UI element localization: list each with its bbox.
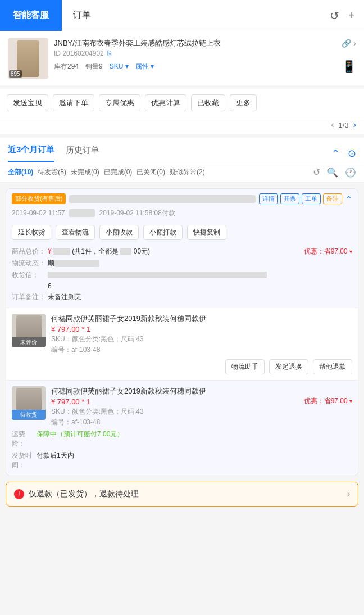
order-product-1-price: ¥ 797.00 * 1: [51, 325, 352, 333]
product-id: ID 20160204902: [54, 49, 104, 57]
filter-abnormal[interactable]: 疑似异常(2): [170, 168, 205, 177]
next-page-icon[interactable]: ›: [353, 120, 356, 130]
order-product-1-info: 何穗同款伊芙丽裙子女2019新款秋装何穗同款伊 ¥ 797.00 * 1 SKU…: [51, 314, 352, 355]
worker-tag[interactable]: 工单: [302, 193, 321, 204]
note-row: 订单备注： 未备注则无: [12, 292, 352, 302]
shipping-label: 运费险：: [12, 429, 37, 449]
refund-text: 仅退款（已发货），退款待处理: [29, 489, 347, 499]
settings-icon[interactable]: ⊙: [348, 147, 356, 160]
filter-pending[interactable]: 待发货(8): [38, 168, 66, 177]
filter-incomplete[interactable]: 未完成(0): [71, 168, 99, 177]
logistics-value: 顺: [48, 259, 352, 268]
order-details: 商品总价： ¥ (共1件，全都是 00元) 优惠：省97.00 ▾ 物流动态： …: [6, 243, 358, 308]
filter-icons: ↺ 🔍 🕐: [313, 167, 356, 178]
order-section: 近3个月订单 历史订单 ⌃ ⊙ 全部(10) 待发货(8) 未完成(0) 已完成…: [0, 138, 364, 183]
shipping-value: 保障中（预计可赔付7.00元）: [37, 429, 124, 449]
order-product-1-header: 未评价 何穗同款伊芙丽裙子女2019新款秋装何穗同款伊 ¥ 797.00 * 1…: [12, 314, 352, 355]
order-action-tags: 详情 开票 工单 备注: [259, 193, 342, 204]
chevron-down-icon: ▾: [349, 398, 352, 404]
clock-icon[interactable]: 🕐: [345, 167, 356, 178]
pagination-row: ‹ 1/3 ›: [0, 117, 364, 138]
pagination-text: 1/3: [339, 121, 349, 129]
product-info: JNBY/江南布衣春季外套工装感酷感灯芯绒拉链上衣 🔗 › ID 2016020…: [54, 38, 356, 73]
address-value: [48, 270, 352, 278]
refresh-icon[interactable]: ↺: [330, 9, 339, 22]
goods-value: ¥ (共1件，全都是 00元): [48, 247, 304, 256]
order-tab-icons: ⌃ ⊙: [331, 147, 356, 160]
order-product-2-header: 待收货 何穗同款伊芙丽裙子女2019新款秋装何穗同款伊 ¥ 797.00 * 1…: [12, 386, 352, 427]
note-tag[interactable]: 备注: [323, 193, 342, 204]
tab-smart-service[interactable]: 智能客服: [0, 0, 62, 31]
address-line2-row: 6: [12, 282, 352, 290]
goods-total-row: 商品总价： ¥ (共1件，全都是 00元) 优惠：省97.00 ▾: [12, 247, 352, 256]
expand-icon[interactable]: ⌃: [345, 195, 352, 204]
attr-dropdown[interactable]: 属性 ▾: [135, 62, 154, 71]
copy-icon[interactable]: ⎘: [107, 49, 111, 57]
search-icon[interactable]: 🔍: [327, 167, 338, 178]
reload-icon[interactable]: ↺: [313, 167, 320, 178]
order-card: 部分收货(有售后) 25751...35684932 详情 开票 工单 备注 ⌃…: [6, 188, 358, 476]
order-header: 部分收货(有售后) 25751...35684932 详情 开票 工单 备注 ⌃: [6, 189, 358, 209]
order-product-2-info: 何穗同款伊芙丽裙子女2019新款秋装何穗同款伊 ¥ 797.00 * 1 优惠：…: [51, 386, 352, 427]
order-product-2-sku: SKU：颜色分类:黑色；尺码:43: [51, 407, 352, 417]
stock-stat: 库存294: [54, 62, 79, 71]
product-card: 895 JNBY/江南布衣春季外套工装感酷感灯芯绒拉链上衣 🔗 › ID 201…: [0, 31, 364, 89]
sales-stat: 销量9: [85, 62, 103, 71]
order-product-2-name: 何穗同款伊芙丽裙子女2019新款秋装何穗同款伊: [51, 386, 352, 396]
logistics-label: 物流动态：: [12, 259, 48, 268]
order-product-2-code: 编号：af-103-48: [51, 418, 352, 427]
ship-time-value: 付款后1天内: [37, 451, 74, 470]
product-price-badge: 895: [9, 70, 22, 78]
small-payout-button[interactable]: 小额打款: [143, 225, 183, 240]
order-filter-bar: 全部(10) 待发货(8) 未完成(0) 已完成(0) 已关闭(0) 疑似异常(…: [0, 162, 364, 183]
send-item-button[interactable]: 发送宝贝: [7, 94, 48, 111]
add-icon[interactable]: +: [348, 9, 355, 22]
chevron-right-icon[interactable]: ›: [353, 39, 356, 48]
phone-icon[interactable]: 📱: [342, 60, 356, 73]
initiate-exchange-button[interactable]: 发起退换: [269, 359, 308, 374]
collapse-icon[interactable]: ⌃: [331, 147, 340, 160]
quick-copy-button[interactable]: 快捷复制: [187, 225, 226, 240]
detail-tag[interactable]: 详情: [259, 193, 278, 204]
sku-dropdown[interactable]: SKU ▾: [110, 62, 129, 70]
goods-label: 商品总价：: [12, 247, 48, 256]
refund-banner[interactable]: ! 仅退款（已发货），退款待处理 ›: [6, 482, 358, 507]
collected-button[interactable]: 已收藏: [191, 94, 225, 111]
tab-order[interactable]: 订单: [62, 0, 330, 31]
order-time: 2019-09-02 11:57 ████， 2019-09-02 11:58:…: [6, 209, 358, 221]
chevron-down-icon: ▾: [349, 248, 352, 255]
product-image: 895: [8, 38, 48, 79]
order-product-1-actions: 物流助手 发起退换 帮他退款: [12, 359, 352, 374]
order-product-1-badge: 未评价: [12, 337, 46, 347]
filter-all[interactable]: 全部(10): [8, 168, 33, 177]
view-logistics-button[interactable]: 查看物流: [56, 225, 95, 240]
header-icons: ↺ +: [330, 9, 364, 22]
prev-page-icon[interactable]: ‹: [331, 120, 334, 130]
order-status-badge: 部分收货(有售后): [12, 193, 66, 204]
product-title: JNBY/江南布衣春季外套工装感酷感灯芯绒拉链上衣: [54, 38, 339, 48]
more-button[interactable]: 更多: [230, 94, 257, 111]
order-product-2-price: ¥ 797.00 * 1: [51, 397, 90, 406]
extend-delivery-button[interactable]: 延长收货: [12, 225, 51, 240]
order-product-2: 待收货 何穗同款伊芙丽裙子女2019新款秋装何穗同款伊 ¥ 797.00 * 1…: [6, 380, 358, 476]
discount-calc-button[interactable]: 优惠计算: [145, 94, 186, 111]
invite-order-button[interactable]: 邀请下单: [53, 94, 94, 111]
order-product-1-name: 何穗同款伊芙丽裙子女2019新款秋装何穗同款伊: [51, 314, 352, 324]
logistics-helper-button[interactable]: 物流助手: [225, 359, 265, 374]
refund-alert-icon: !: [14, 489, 24, 499]
tab-history-orders[interactable]: 历史订单: [66, 145, 99, 161]
link-icon[interactable]: 🔗: [342, 39, 351, 48]
filter-closed[interactable]: 已关闭(0): [136, 168, 165, 177]
invoice-tag[interactable]: 开票: [280, 193, 299, 204]
filter-completed[interactable]: 已完成(0): [104, 168, 133, 177]
small-payment-button[interactable]: 小额收款: [99, 225, 139, 240]
order-product-1-sku: SKU：颜色分类:黑色；尺码:43: [51, 334, 352, 344]
logistics-row: 物流动态： 顺: [12, 259, 352, 268]
order-product-2-price-row: ¥ 797.00 * 1 优惠：省97.00 ▾: [51, 396, 352, 406]
exclusive-discount-button[interactable]: 专属优惠: [99, 94, 140, 111]
order-product-2-image: 待收货: [12, 386, 46, 420]
tab-recent-orders[interactable]: 近3个月订单: [8, 144, 54, 162]
order-actions-row: 延长收货 查看物流 小额收款 小额打款 快捷复制: [6, 221, 358, 243]
help-refund-button[interactable]: 帮他退款: [313, 359, 352, 374]
product-id-row: ID 20160204902 ⎘: [54, 49, 356, 57]
